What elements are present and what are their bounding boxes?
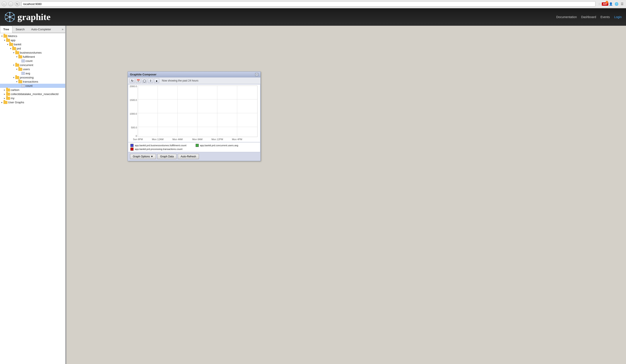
tree-toggle-count-selected [18, 84, 21, 87]
svg-text:2000.0: 2000.0 [130, 85, 137, 88]
tree-toggle-users[interactable]: ▼ [15, 68, 18, 71]
svg-point-4 [9, 12, 10, 13]
svg-point-10 [9, 16, 11, 18]
folder-icon-carbon [6, 88, 10, 92]
tree-toggle-businessvolumes[interactable]: ▼ [12, 51, 15, 54]
svg-text:Sun 8PM: Sun 8PM [133, 138, 143, 141]
upload-button[interactable]: ⇧ [148, 78, 153, 83]
svg-text:1000.0: 1000.0 [130, 112, 137, 115]
user-icon[interactable]: 👤 [609, 2, 613, 6]
sidebar-collapse-button[interactable]: » [60, 26, 65, 33]
tree-label-collectd: collectddatalake_monitor_nowcollectd [11, 92, 58, 96]
tree-node-bankit[interactable]: ▼ bankit [0, 42, 65, 46]
tree-label-bankit: bankit [14, 43, 21, 46]
app-header: graphite Documentation Dashboard Events … [0, 8, 626, 26]
tree-toggle-transactions[interactable]: ▼ [15, 80, 18, 83]
composer-window: Graphite Composer – ↻ 📅 ◯ ⇧ ∎ Now showin… [128, 72, 261, 161]
tree-label-users: users [23, 68, 30, 71]
legend-color-3 [196, 144, 199, 147]
tree-toggle-processing[interactable]: ▼ [12, 76, 15, 79]
refresh-button[interactable]: ↻ [130, 78, 135, 83]
tree-label-carbon: carbon [11, 88, 19, 92]
back-button[interactable]: ← [2, 1, 6, 6]
tree-label-fullfilment: fullfilment [23, 55, 35, 58]
composer-minimize-button[interactable]: – [255, 73, 258, 76]
nav-documentation[interactable]: Documentation [556, 15, 577, 19]
tree-label-transactions: transactions [23, 80, 38, 83]
tree-toggle-concurrent[interactable]: ▼ [12, 64, 15, 67]
svg-rect-16 [138, 86, 257, 137]
tree-node-app[interactable]: ▼ app [0, 38, 65, 42]
logo-area: graphite [4, 12, 51, 22]
svg-text:Mon 12AM: Mon 12AM [152, 138, 163, 141]
tree-node-metrics[interactable]: ▼ Metrics [0, 34, 65, 38]
tree-label-user-graphs: User Graphs [8, 101, 24, 104]
tree-node-avg[interactable]: avg [0, 71, 65, 75]
abp-icon[interactable]: ABP 0 [603, 2, 607, 6]
logo-text: graphite [17, 12, 51, 22]
tab-auto-completer[interactable]: Auto-Completer [28, 26, 54, 33]
bookmark-icon[interactable]: ☆ [597, 2, 602, 6]
forward-button[interactable]: → [8, 1, 13, 6]
folder-icon-metrics [3, 35, 7, 38]
calendar-button[interactable]: 📅 [136, 78, 141, 83]
tree-node-carbon[interactable]: ► carbon [0, 88, 65, 92]
folder-icon-fullfilment [18, 55, 22, 58]
nav-dashboard[interactable]: Dashboard [581, 15, 596, 19]
tab-tree[interactable]: Tree [0, 26, 12, 33]
tree-toggle-bankit[interactable]: ▼ [6, 43, 9, 46]
tree-label-processing: processing [20, 76, 34, 79]
legend-color-1 [130, 144, 133, 147]
tree-label-prd: prd [17, 47, 21, 50]
tree-toggle-my[interactable]: ► [3, 97, 6, 100]
tree-label-count-fullfilment: count [26, 59, 33, 63]
browser-chrome: ← → ↻ ☆ ABP 0 👤 🌐 ☰ [0, 0, 626, 8]
tree-node-concurrent[interactable]: ▼ concurrent [0, 63, 65, 67]
tree-toggle-collectd[interactable]: ► [3, 93, 6, 96]
tree-toggle-app[interactable]: ▼ [3, 39, 6, 42]
reload-button[interactable]: ↻ [15, 1, 20, 6]
menu-icon[interactable]: ☰ [620, 2, 624, 6]
legend-label-3: app.bankit.prd.concurrent.users.avg [200, 144, 238, 147]
globe-icon[interactable]: 🌐 [614, 2, 619, 6]
folder-icon-processing [15, 76, 19, 79]
svg-text:0: 0 [136, 135, 137, 137]
tree-label-metrics: Metrics [8, 35, 17, 38]
tree-node-processing[interactable]: ▼ processing [0, 75, 65, 79]
nav-events[interactable]: Events [600, 15, 610, 19]
browser-toolbar: ← → ↻ ☆ ABP 0 👤 🌐 ☰ [0, 0, 626, 8]
tab-search[interactable]: Search [12, 26, 28, 33]
graph-data-button[interactable]: Graph Data [157, 154, 176, 159]
clock-button[interactable]: ◯ [142, 78, 147, 83]
tree-node-users[interactable]: ▼ users [0, 67, 65, 71]
tree-label-count-selected: count [26, 84, 33, 87]
header-nav: Documentation Dashboard Events Login [556, 15, 622, 19]
tree-node-count-fullfilment[interactable]: count [0, 59, 65, 63]
tree-node-businessvolumes[interactable]: ▼ businessvolumes [0, 51, 65, 55]
svg-text:1500.0: 1500.0 [130, 99, 137, 101]
nav-login[interactable]: Login [614, 15, 622, 19]
folder-icon-user-graphs [3, 101, 7, 104]
tree-toggle-carbon[interactable]: ► [3, 88, 6, 92]
tree-toggle-metrics[interactable]: ▼ [0, 35, 3, 38]
share-button[interactable]: ∎ [154, 78, 159, 83]
folder-icon-app [6, 39, 10, 42]
tree-label-businessvolumes: businessvolumes [20, 51, 42, 54]
tree-toggle-fullfilment[interactable]: ▼ [15, 55, 18, 58]
auto-refresh-button[interactable]: Auto-Refresh [178, 154, 199, 159]
tree-node-prd[interactable]: ▼ prd [0, 46, 65, 51]
tree-label-my: my [11, 97, 14, 100]
tree-node-fullfilment[interactable]: ▼ fullfilment [0, 55, 65, 59]
tree-node-user-graphs[interactable]: ► User Graphs [0, 100, 65, 104]
tree-node-my[interactable]: ► my [0, 96, 65, 100]
folder-icon-collectd [6, 93, 10, 96]
composer-footer: Graph Options ▼ Graph Data Auto-Refresh [128, 152, 260, 161]
tree-node-transactions[interactable]: ▼ transactions [0, 79, 65, 84]
tree-toggle-prd[interactable]: ▼ [9, 47, 12, 50]
tree-node-collectd[interactable]: ► collectddatalake_monitor_nowcollectd [0, 92, 65, 96]
tree-node-count-selected[interactable]: count [0, 84, 65, 88]
graph-options-button[interactable]: Graph Options ▼ [130, 154, 156, 159]
address-bar[interactable] [21, 1, 595, 6]
tree-toggle-user-graphs[interactable]: ► [0, 101, 3, 104]
svg-point-6 [5, 14, 6, 15]
